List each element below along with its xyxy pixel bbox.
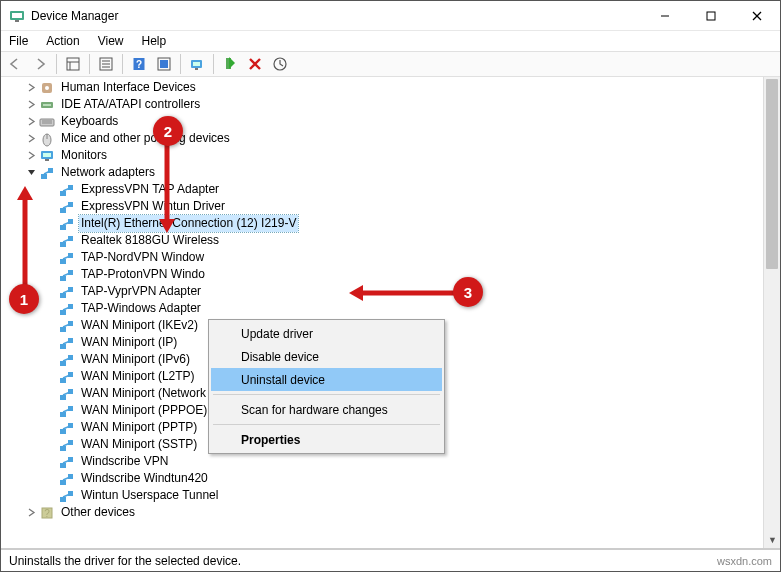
category-row[interactable]: ?Other devices [5,504,763,521]
device-row[interactable]: ExpressVPN Wintun Driver [5,198,763,215]
chevron-right-icon[interactable] [23,151,39,160]
svg-rect-20 [195,68,198,70]
device-row[interactable]: ExpressVPN TAP Adapter [5,181,763,198]
network-adapter-icon [59,403,75,419]
svg-rect-19 [193,62,200,66]
chevron-right-icon[interactable] [23,134,39,143]
callout-3: 3 [453,277,483,307]
svg-rect-65 [60,344,66,349]
toolbar: ? [1,51,780,77]
scan-hardware-button[interactable] [185,53,209,75]
toolbar-separator [213,54,214,74]
svg-rect-89 [60,480,66,485]
context-menu-item[interactable]: Disable device [211,345,442,368]
update-driver-button[interactable] [268,53,292,75]
scroll-down-arrow[interactable]: ▼ [764,531,781,548]
close-button[interactable] [734,1,780,30]
svg-rect-1 [12,13,22,18]
chevron-right-icon[interactable] [23,508,39,517]
help-button[interactable]: ? [127,53,151,75]
svg-rect-80 [60,429,66,434]
device-row[interactable]: Realtek 8188GU Wireless [5,232,763,249]
titlebar: Device Manager [1,1,780,31]
device-row[interactable]: TAP-ProtonVPN Windo [5,266,763,283]
device-label: Windscribe VPN [79,453,170,470]
device-label: Intel(R) Ethernet Connection (12) I219-V [79,215,298,232]
svg-rect-33 [43,153,51,157]
device-tree[interactable]: Human Interface DevicesIDE ATA/ATAPI con… [1,77,763,548]
menu-action[interactable]: Action [44,33,81,49]
menubar: File Action View Help [1,31,780,51]
category-row[interactable]: Mice and other pointing devices [5,130,763,147]
svg-rect-62 [60,327,66,332]
enable-button[interactable] [218,53,242,75]
category-label: IDE ATA/ATAPI controllers [59,96,202,113]
svg-point-24 [45,86,49,90]
properties-button[interactable] [94,53,118,75]
network-adapter-icon [59,454,75,470]
back-button[interactable] [3,53,27,75]
network-adapter-icon [59,216,75,232]
category-row[interactable]: IDE ATA/ATAPI controllers [5,96,763,113]
maximize-button[interactable] [688,1,734,30]
content-area: Human Interface DevicesIDE ATA/ATAPI con… [1,77,780,549]
svg-rect-86 [60,463,66,468]
action-button[interactable] [152,53,176,75]
network-adapter-icon [59,250,75,266]
svg-marker-100 [159,219,175,233]
device-row[interactable]: Intel(R) Ethernet Connection (12) I219-V [5,215,763,232]
device-label: TAP-NordVPN Window [79,249,206,266]
device-label: Realtek 8188GU Wireless [79,232,221,249]
category-icon [39,114,55,130]
category-label: Keyboards [59,113,120,130]
minimize-button[interactable] [642,1,688,30]
svg-marker-98 [17,186,33,200]
uninstall-button[interactable] [243,53,267,75]
network-adapter-icon [59,488,75,504]
svg-text:?: ? [136,59,142,70]
category-row[interactable]: Keyboards [5,113,763,130]
device-label: WAN Miniport (SSTP) [79,436,199,453]
category-row[interactable]: Human Interface Devices [5,79,763,96]
chevron-down-icon[interactable] [23,168,39,177]
device-label: WAN Miniport (IP) [79,334,179,351]
category-row[interactable]: Network adapters [5,164,763,181]
device-label: WAN Miniport (PPTP) [79,419,199,436]
svg-rect-50 [60,259,66,264]
svg-rect-44 [60,225,66,230]
show-hide-button[interactable] [61,53,85,75]
context-menu-item[interactable]: Scan for hardware changes [211,398,442,421]
device-label: Windscribe Windtun420 [79,470,210,487]
toolbar-separator [89,54,90,74]
device-row[interactable]: Windscribe Windtun420 [5,470,763,487]
device-row[interactable]: Windscribe VPN [5,453,763,470]
device-row[interactable]: Wintun Userspace Tunnel [5,487,763,504]
forward-button[interactable] [28,53,52,75]
network-adapter-icon [59,284,75,300]
chevron-right-icon[interactable] [23,100,39,109]
category-icon [39,97,55,113]
context-menu-item[interactable]: Uninstall device [211,368,442,391]
vertical-scrollbar[interactable]: ▲ ▼ [763,77,780,548]
menu-file[interactable]: File [7,33,30,49]
device-row[interactable]: TAP-Windows Adapter [5,300,763,317]
toolbar-separator [180,54,181,74]
category-label: Monitors [59,147,109,164]
context-menu-item[interactable]: Properties [211,428,442,451]
chevron-right-icon[interactable] [23,117,39,126]
svg-rect-7 [67,58,79,70]
statusbar: Uninstalls the driver for the selected d… [1,549,780,571]
network-adapter-icon [59,318,75,334]
menu-view[interactable]: View [96,33,126,49]
category-label: Other devices [59,504,137,521]
app-icon [9,8,25,24]
menu-help[interactable]: Help [140,33,169,49]
context-menu-item[interactable]: Update driver [211,322,442,345]
device-label: WAN Miniport (IKEv2) [79,317,200,334]
chevron-right-icon[interactable] [23,83,39,92]
category-icon [39,165,55,181]
device-row[interactable]: TAP-NordVPN Window [5,249,763,266]
scroll-thumb[interactable] [766,79,778,269]
svg-rect-59 [60,310,66,315]
category-row[interactable]: Monitors [5,147,763,164]
